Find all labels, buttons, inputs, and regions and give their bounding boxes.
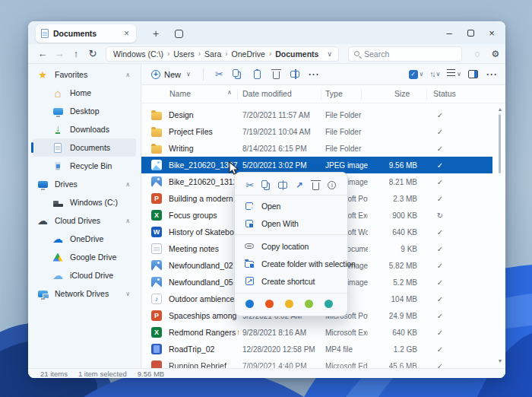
- status-bar: 21 items 1 item selected 9.56 MB: [28, 368, 505, 378]
- new-button[interactable]: + New ∨: [145, 68, 197, 81]
- scroll-up-arrow[interactable]: ▲: [497, 106, 503, 112]
- close-tab-icon[interactable]: ×: [122, 28, 131, 39]
- column-header-date[interactable]: Date modified: [242, 89, 292, 98]
- file-row[interactable]: Bike_210620_1307 5/20/2021 3:02 PM JPEG …: [141, 157, 492, 173]
- file-row[interactable]: Project Files 7/19/2021 10:04 AM File Fo…: [141, 123, 505, 140]
- sidebar-item[interactable]: Desktop: [33, 102, 136, 120]
- sidebar-item[interactable]: Documents: [33, 138, 136, 157]
- breadcrumb-segment[interactable]: Sara: [204, 49, 222, 59]
- column-divider[interactable]: [361, 89, 362, 100]
- sidebar-item-label: Home: [70, 88, 123, 97]
- section-chevron-icon[interactable]: ∧: [125, 218, 131, 224]
- forward-button[interactable]: →: [51, 48, 68, 59]
- sidebar-item[interactable]: Cloud Drives ∧: [33, 211, 136, 230]
- column-header-status[interactable]: Status: [433, 89, 456, 98]
- cut-button[interactable]: [210, 66, 229, 83]
- breadcrumb-segment[interactable]: Documents: [274, 49, 319, 59]
- rename-icon[interactable]: [277, 179, 289, 191]
- file-row[interactable]: RoadTrip_02 12/28/2020 12:58 PM MP4 file…: [141, 341, 505, 357]
- tag-color-dot[interactable]: [245, 300, 254, 308]
- sidebar-item[interactable]: Downloads: [33, 120, 136, 138]
- vertical-scrollbar[interactable]: ▲ ▼: [497, 106, 503, 364]
- sidebar-item[interactable]: iCloud Drive: [33, 266, 136, 284]
- tag-color-dot[interactable]: [305, 300, 313, 308]
- address-dropdown-icon[interactable]: ∨: [327, 50, 332, 58]
- word-file-icon: [151, 227, 162, 237]
- sync-status-icon: ✓: [433, 357, 447, 368]
- tag-color-dot[interactable]: [325, 300, 333, 308]
- tag-color-dot[interactable]: [285, 300, 293, 308]
- section-chevron-icon[interactable]: ∧: [125, 181, 131, 188]
- close-button[interactable]: ×: [481, 22, 502, 43]
- breadcrumb-separator: ›: [195, 49, 204, 58]
- refresh-button[interactable]: ↻: [84, 48, 101, 59]
- sync-status-icon: ✓: [433, 190, 447, 207]
- file-row[interactable]: Running Rebrief 7/09/2021 4:40 PM Micros…: [141, 357, 505, 368]
- paste-button[interactable]: [248, 66, 267, 83]
- sidebar-item[interactable]: Home: [33, 84, 136, 102]
- context-menu-item-label: Open With: [261, 219, 299, 228]
- sidebar-item[interactable]: Network Drives ∨: [33, 284, 136, 303]
- sidebar-item[interactable]: Favorites ∧: [33, 65, 136, 84]
- context-menu-item[interactable]: Open With: [235, 214, 347, 232]
- scroll-down-arrow[interactable]: ▼: [497, 358, 503, 364]
- properties-icon[interactable]: [326, 179, 338, 191]
- minimize-button[interactable]: –: [439, 22, 460, 43]
- breadcrumb-segment[interactable]: Users: [173, 49, 195, 59]
- file-date-modified: 5/20/2021 3:02 PM: [242, 157, 321, 173]
- column-divider[interactable]: [321, 89, 321, 100]
- sidebar-item[interactable]: Google Drive: [33, 248, 136, 266]
- tag-color-dot[interactable]: [265, 300, 274, 308]
- scrollbar-thumb[interactable]: [499, 114, 501, 173]
- breadcrumb-separator: ›: [164, 49, 173, 58]
- section-chevron-icon[interactable]: ∧: [125, 71, 131, 78]
- context-menu-item[interactable]: Open: [235, 197, 347, 214]
- more-commands-button[interactable]: ···: [305, 66, 324, 83]
- sort-button[interactable]: ↑↓∨: [426, 66, 445, 83]
- breadcrumb[interactable]: Windows (C:\)› Users› Sara› OneDrive› Do…: [106, 46, 339, 62]
- sidebar-item-label: Documents: [70, 143, 123, 152]
- context-menu-item[interactable]: Create folder with selection: [235, 255, 347, 272]
- section-chevron-icon[interactable]: ∨: [125, 291, 131, 297]
- column-header-size[interactable]: Size: [394, 89, 410, 98]
- cut-icon[interactable]: [244, 179, 256, 191]
- file-row[interactable]: Redmond Rangers triat... 9/28/2021 8:16 …: [141, 324, 505, 341]
- copy-icon[interactable]: [261, 179, 273, 191]
- explorer-tab[interactable]: Documents ×: [36, 24, 136, 43]
- context-menu-item[interactable]: Copy location: [235, 237, 347, 255]
- delete-button[interactable]: [267, 66, 286, 83]
- context-menu-item[interactable]: [235, 234, 347, 235]
- rename-button[interactable]: [286, 66, 305, 83]
- sync-status-icon[interactable]: ◌: [468, 49, 486, 59]
- new-tab-button[interactable]: +: [148, 26, 163, 41]
- maximize-button[interactable]: [460, 22, 481, 43]
- breadcrumb-segment[interactable]: Windows (C:\): [112, 49, 164, 59]
- file-row[interactable]: Design 7/20/2021 11:57 AM File Folder ✓: [141, 106, 505, 123]
- column-divider[interactable]: [426, 89, 427, 100]
- details-pane-button[interactable]: [464, 66, 483, 83]
- sync-status-icon: ✓: [433, 291, 447, 307]
- sidebar-item[interactable]: Windows (C:): [33, 193, 136, 211]
- share-icon[interactable]: [293, 179, 306, 191]
- sidebar-item[interactable]: Recycle Bin: [33, 157, 136, 175]
- breadcrumb-segment[interactable]: OneDrive: [231, 49, 266, 59]
- tab-actions-button[interactable]: [171, 26, 186, 41]
- view-options-button[interactable]: ∨: [407, 66, 426, 83]
- copy-button[interactable]: [229, 66, 248, 83]
- layout-button[interactable]: ∨: [445, 66, 464, 83]
- column-header-type[interactable]: Type: [325, 89, 343, 98]
- more-options-button[interactable]: ···: [483, 66, 502, 83]
- search-input[interactable]: Search: [348, 46, 462, 62]
- file-row[interactable]: Writing 8/14/2021 6:15 PM File Folder ✓: [141, 140, 505, 157]
- column-divider[interactable]: [237, 89, 238, 100]
- sidebar-item[interactable]: Drives ∧: [33, 175, 136, 193]
- settings-gear-icon[interactable]: ⚙: [486, 49, 505, 59]
- back-button[interactable]: ←: [34, 48, 51, 59]
- sort-icon: ↑↓: [430, 70, 435, 78]
- sidebar-item[interactable]: OneDrive: [33, 230, 136, 248]
- context-menu-item[interactable]: Create shortcut: [235, 272, 347, 290]
- up-button[interactable]: ↑: [68, 48, 84, 59]
- delete-icon[interactable]: [309, 179, 321, 191]
- column-header-name[interactable]: Name: [169, 89, 191, 98]
- sort-ascending-icon[interactable]: ∧: [227, 89, 232, 96]
